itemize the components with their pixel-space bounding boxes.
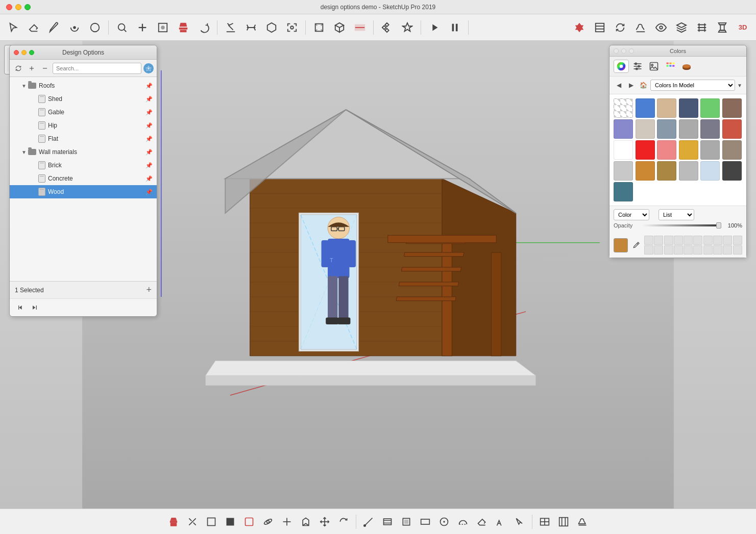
select-tool[interactable]: [4, 18, 22, 37]
swatch-gold[interactable]: [679, 140, 698, 160]
colors-min-btn[interactable]: [621, 48, 626, 54]
swatch-light-red[interactable]: [657, 140, 676, 160]
brick-item[interactable]: Brick 📌: [10, 159, 157, 172]
cube-front[interactable]: [310, 18, 328, 37]
play-button[interactable]: [425, 18, 444, 37]
swatch-blue-gray[interactable]: [657, 119, 676, 139]
search-tool[interactable]: [113, 18, 131, 37]
visibility-tool[interactable]: [652, 18, 670, 37]
bottom-paint2-btn[interactable]: [574, 513, 591, 530]
colors-max-btn[interactable]: [629, 48, 634, 54]
wall-materials-folder[interactable]: ▼ Wall materials 📌: [10, 145, 157, 159]
swatch-light-gray[interactable]: [679, 119, 698, 139]
bottom-move-btn[interactable]: [316, 513, 333, 530]
panel-remove-btn[interactable]: [39, 63, 51, 74]
color-list-select[interactable]: List: [659, 209, 694, 220]
bottom-arc-btn[interactable]: [454, 513, 472, 530]
box-select-tool[interactable]: [154, 18, 172, 37]
swatch-light-blue-gray[interactable]: [700, 161, 720, 181]
roofs-folder[interactable]: ▼ Roofs 📌: [10, 79, 157, 92]
bottom-select-btn[interactable]: [511, 513, 528, 530]
panel-add-btn[interactable]: [26, 63, 37, 74]
styles-tool[interactable]: [398, 18, 417, 37]
shed-pin-icon[interactable]: 📌: [145, 95, 153, 103]
layers-tool[interactable]: [672, 18, 691, 37]
outline-tool[interactable]: [591, 18, 609, 37]
bottom-rect2-btn[interactable]: [417, 513, 434, 530]
color-type-select[interactable]: Color: [614, 209, 649, 220]
bottom-rect-btn[interactable]: [203, 513, 220, 530]
bottom-filled-rect-btn[interactable]: [222, 513, 239, 530]
stamp-tool[interactable]: [174, 18, 192, 37]
close-button[interactable]: [6, 4, 12, 10]
rotate-tool[interactable]: [194, 18, 213, 37]
flat-item[interactable]: Flat 📌: [10, 132, 157, 145]
colors-window-controls[interactable]: [614, 48, 634, 54]
hip-item[interactable]: Hip 📌: [10, 119, 157, 132]
brick-pin-icon[interactable]: 📌: [145, 162, 153, 169]
swatch-green[interactable]: [700, 98, 720, 118]
opacity-slider[interactable]: [642, 224, 721, 226]
wood-item[interactable]: Wood 📌: [10, 185, 157, 198]
panel-search-input[interactable]: [53, 63, 141, 74]
color-sliders-btn[interactable]: [630, 60, 645, 73]
flat-pin-icon[interactable]: 📌: [145, 135, 153, 142]
bottom-paint-btn[interactable]: [165, 513, 182, 530]
bottom-eraser-btn[interactable]: [473, 513, 491, 530]
pencil-tool[interactable]: [45, 18, 63, 37]
bottom-square-btn[interactable]: [398, 513, 415, 530]
wall-pin-icon[interactable]: 📌: [145, 148, 153, 156]
bottom-cross-btn[interactable]: [278, 513, 296, 530]
bottom-draw-line-btn[interactable]: [360, 513, 377, 530]
swatch-silver[interactable]: [614, 161, 633, 181]
bottom-orbit-btn[interactable]: [259, 513, 277, 530]
panel-refresh-btn[interactable]: [13, 63, 24, 74]
bottom-rotate-btn[interactable]: [335, 513, 352, 530]
maximize-button[interactable]: [25, 4, 31, 10]
swatch-tan[interactable]: [657, 98, 676, 118]
prev-frame-btn[interactable]: [15, 302, 26, 313]
pause-button[interactable]: [446, 18, 464, 37]
add-item-btn[interactable]: +: [146, 285, 152, 295]
color-forward-btn[interactable]: ▶: [626, 80, 636, 90]
panel-min-btn[interactable]: [21, 50, 27, 55]
ruby-tool[interactable]: [570, 18, 589, 37]
color-image-btn[interactable]: [646, 60, 662, 73]
bottom-shape-btn[interactable]: [240, 513, 258, 530]
cube-iso[interactable]: [330, 18, 349, 37]
camera-orbit[interactable]: [283, 18, 301, 37]
swatch-med-gray[interactable]: [700, 140, 720, 160]
concrete-item[interactable]: Concrete 📌: [10, 172, 157, 185]
color-palette-btn[interactable]: [663, 60, 678, 73]
roofs-expand-arrow[interactable]: ▼: [20, 82, 28, 90]
swatch-tan-brown[interactable]: [657, 161, 676, 181]
cross-tool[interactable]: [133, 18, 152, 37]
swatch-teal[interactable]: [614, 182, 633, 201]
swatch-white[interactable]: [614, 140, 633, 160]
settings-tool[interactable]: [713, 18, 731, 37]
3d-tool[interactable]: [262, 18, 281, 37]
swatch-checker[interactable]: [614, 98, 633, 118]
concrete-pin-icon[interactable]: 📌: [145, 175, 153, 182]
bottom-wall-btn[interactable]: [536, 513, 553, 530]
swatch-blue[interactable]: [636, 98, 655, 118]
components-tool[interactable]: [378, 18, 396, 37]
swatch-orange-brown[interactable]: [636, 161, 655, 181]
color-home-btn[interactable]: 🏠: [638, 80, 648, 90]
measure-tool[interactable]: [242, 18, 260, 37]
current-texture-swatch[interactable]: [614, 238, 628, 252]
bottom-line-btn[interactable]: [184, 513, 201, 530]
panel-close-btn[interactable]: [14, 50, 19, 55]
dimension-tool[interactable]: [693, 18, 711, 37]
hip-pin-icon[interactable]: 📌: [145, 122, 153, 129]
swatch-light-silver[interactable]: [679, 161, 698, 181]
eraser-tool[interactable]: [25, 18, 43, 37]
brush-tool[interactable]: [631, 18, 650, 37]
circle-tool[interactable]: [86, 18, 104, 37]
panel-window-controls[interactable]: [14, 50, 34, 55]
color-texture-btn[interactable]: [679, 60, 694, 73]
gable-pin-icon[interactable]: 📌: [145, 109, 153, 116]
colors-model-dropdown[interactable]: Colors In Model: [650, 80, 735, 91]
minimize-button[interactable]: [15, 4, 21, 10]
swatch-dark-gray-2[interactable]: [700, 119, 720, 139]
